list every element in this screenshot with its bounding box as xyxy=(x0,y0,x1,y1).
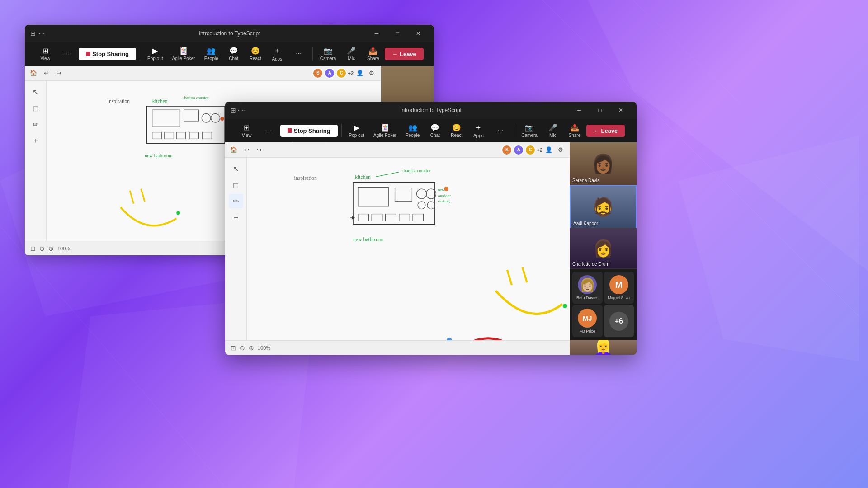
pen-tool-2[interactable]: ✏ xyxy=(229,194,243,208)
zoom-out-icon[interactable]: ⊖ xyxy=(39,245,45,252)
move-handle-2b[interactable]: ····· xyxy=(259,126,278,135)
whiteboard-canvas-2[interactable]: inspiration kitchen →barista counter xyxy=(247,158,570,340)
camera-button-2[interactable]: 📷 Camera xyxy=(518,122,541,140)
svg-text:seating: seating xyxy=(438,199,450,203)
svg-point-10 xyxy=(211,113,220,122)
view-label-2: View xyxy=(242,133,252,138)
mic-button[interactable]: 🎤 Mic xyxy=(341,45,361,63)
aadi-participant: 🧔 Aadi Kapoor xyxy=(570,185,637,228)
more-button[interactable]: ··· xyxy=(289,48,309,60)
undo-button-2[interactable]: ↩ xyxy=(241,145,251,155)
window-2: ⊞ ····· Introduction to TypeScript ─ □ ✕… xyxy=(225,102,637,355)
people-button[interactable]: 👥 People xyxy=(201,45,222,63)
whiteboard-tools-2: ↖ ◻ ✏ ＋ xyxy=(225,158,247,340)
home-button[interactable]: 🏠 xyxy=(28,68,38,78)
settings-icon[interactable]: ⚙ xyxy=(366,68,377,79)
leave-button[interactable]: ← Leave xyxy=(385,48,424,60)
smiley-cursor-2 xyxy=(563,304,567,308)
settings-icon-2[interactable]: ⚙ xyxy=(555,145,566,155)
chat-button-2[interactable]: 💬 Chat xyxy=(425,122,445,140)
share-label: Share xyxy=(367,56,379,61)
popout-button[interactable]: ▶ Pop out xyxy=(144,45,166,63)
svg-rect-26 xyxy=(386,214,396,221)
share-button[interactable]: 📤 Share xyxy=(363,45,383,63)
svg-rect-15 xyxy=(203,132,212,139)
move-handle[interactable]: ····· xyxy=(57,49,77,58)
svg-line-6 xyxy=(0,226,226,488)
popout-button-2[interactable]: ▶ Pop out xyxy=(345,122,368,140)
maximize-button[interactable]: □ xyxy=(387,25,408,42)
fit-icon[interactable]: ⊡ xyxy=(30,245,36,252)
react-button[interactable]: 😊 React xyxy=(245,45,265,63)
titlebar-left: ⊞ ····· xyxy=(30,30,44,37)
close-button[interactable]: ✕ xyxy=(408,25,429,42)
people-button-2[interactable]: 👥 People xyxy=(402,122,423,140)
plus-six-cell[interactable]: +6 xyxy=(604,305,634,337)
mic-button-2[interactable]: 🎤 Mic xyxy=(543,122,563,140)
view-button[interactable]: ⊞ View xyxy=(35,45,55,63)
redo-button[interactable]: ↪ xyxy=(54,68,64,78)
svg-rect-7 xyxy=(152,110,180,127)
add-tool-2[interactable]: ＋ xyxy=(229,210,243,225)
maximize-button-2[interactable]: □ xyxy=(590,102,610,119)
pen-tool[interactable]: ✏ xyxy=(28,117,43,131)
zoom-level: 100% xyxy=(57,246,70,251)
more-icon-2: ··· xyxy=(497,127,503,135)
stop-sharing-button[interactable]: Stop Sharing xyxy=(79,48,136,60)
fit-icon-2[interactable]: ⊡ xyxy=(231,344,236,352)
apps-label-2: Apps xyxy=(473,133,484,138)
smile-2 xyxy=(496,291,562,314)
apps-icon: ＋ xyxy=(274,46,281,56)
more-button-2[interactable]: ··· xyxy=(490,125,510,136)
agile-poker-button[interactable]: 🃏 Agile Poker xyxy=(169,45,199,63)
agile-button-2[interactable]: 🃏 Agile Poker xyxy=(370,122,400,140)
minimize-button-2[interactable]: ─ xyxy=(569,102,590,119)
share-label-2: Share xyxy=(569,133,581,138)
chat-icon-2: 💬 xyxy=(430,123,439,132)
address-bar-container: 🏠 ↩ ↪ S A C +2 👤 ⚙ xyxy=(25,66,381,81)
undo-button[interactable]: ↩ xyxy=(41,68,51,78)
mj-cell: MJ MJ Price xyxy=(572,305,603,337)
share-icon-2: 📤 xyxy=(570,123,579,132)
mic-label-2: Mic xyxy=(549,133,557,138)
apps-button-2[interactable]: ＋ Apps xyxy=(468,121,488,140)
react-button-2[interactable]: 😊 React xyxy=(447,122,467,140)
view-button-2[interactable]: ⊞ View xyxy=(237,122,257,140)
add-tool[interactable]: ＋ xyxy=(28,133,43,148)
minimize-button[interactable]: ─ xyxy=(366,25,387,42)
charlotte-participant: 👩 Charlotte de Crum xyxy=(570,228,637,269)
window-1-toolbar: ⊞ View ····· Stop Sharing ▶ Pop out 🃏 Ag… xyxy=(25,42,434,66)
home-button-2[interactable]: 🏠 xyxy=(229,145,239,155)
chat-button[interactable]: 💬 Chat xyxy=(224,45,244,63)
people-icon-2: 👥 xyxy=(408,123,417,132)
eraser-tool[interactable]: ◻ xyxy=(28,101,43,115)
share-button-2[interactable]: 📤 Share xyxy=(565,122,585,140)
close-button-2[interactable]: ✕ xyxy=(610,102,631,119)
apps-button[interactable]: ＋ Apps xyxy=(267,44,287,63)
pointer-tool[interactable]: ↖ xyxy=(28,84,43,99)
leave-icon-2: ← xyxy=(594,127,601,134)
redo-button-2[interactable]: ↪ xyxy=(254,145,264,155)
charlotte-name: Charlotte de Crum xyxy=(572,262,609,267)
window-2-toolbar: ⊞ View ····· Stop Sharing Sharing Stop ▶… xyxy=(225,119,637,142)
zoom-out-icon-2[interactable]: ⊖ xyxy=(240,344,245,352)
chat-label: Chat xyxy=(229,56,238,61)
zoom-in-icon[interactable]: ⊕ xyxy=(48,245,54,252)
move-icon: ····· xyxy=(62,51,71,56)
eraser-tool-2[interactable]: ◻ xyxy=(229,178,243,192)
pointer-tool-2[interactable]: ↖ xyxy=(229,161,243,176)
room-rect-2 xyxy=(353,183,435,225)
status-bar-2: ⊡ ⊖ ⊕ 100% xyxy=(225,340,570,355)
zoom-in-icon-2[interactable]: ⊕ xyxy=(249,344,254,352)
camera-button[interactable]: 📷 Camera xyxy=(316,45,340,63)
collab-icon-2[interactable]: 👤 xyxy=(543,145,554,155)
leave-button-2[interactable]: ← Leave xyxy=(586,125,625,137)
stop-sharing-button-2[interactable]: Stop Sharing Sharing Stop xyxy=(280,125,338,137)
plus-count: +2 xyxy=(348,70,354,76)
svg-line-33 xyxy=(507,270,512,285)
svg-line-5 xyxy=(633,0,868,226)
svg-rect-24 xyxy=(358,214,369,221)
window-2-title: Introduction to TypeScript xyxy=(400,107,462,113)
collab-icon[interactable]: 👤 xyxy=(354,68,365,79)
agile-label: Agile Poker xyxy=(172,56,195,61)
